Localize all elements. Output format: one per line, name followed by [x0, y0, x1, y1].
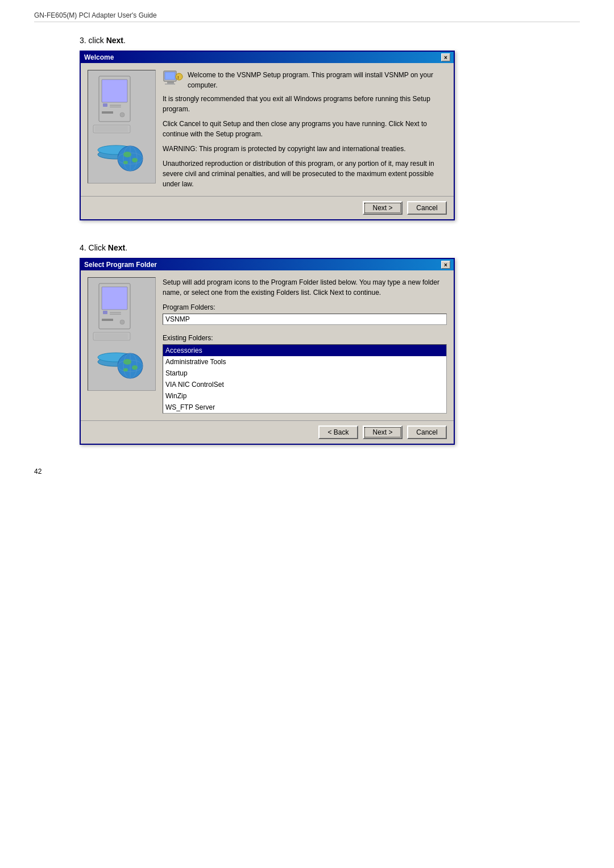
- svg-rect-27: [110, 312, 121, 314]
- select-folder-back-button[interactable]: < Back: [318, 425, 358, 439]
- svg-point-17: [123, 161, 128, 164]
- welcome-body-text2: Click Cancel to quit Setup and then clos…: [163, 119, 447, 139]
- svg-rect-20: [167, 82, 174, 84]
- svg-rect-21: [165, 84, 175, 85]
- select-folder-content: Setup will add program icons to the Prog…: [163, 277, 447, 414]
- select-folder-dialog: Select Program Folder ×: [80, 258, 455, 445]
- welcome-dialog-body: ! Welcome to the VSNMP Setup program. Th…: [81, 63, 454, 196]
- existing-folders-label: Existing Folders:: [163, 333, 447, 343]
- welcome-dialog-content: ! Welcome to the VSNMP Setup program. Th…: [163, 70, 447, 189]
- svg-rect-19: [165, 72, 175, 80]
- select-folder-cancel-button[interactable]: Cancel: [407, 425, 447, 439]
- welcome-dialog-footer: Next > Cancel: [81, 196, 454, 219]
- list-item[interactable]: VIA NIC ControlSet: [163, 379, 446, 390]
- svg-rect-32: [95, 333, 128, 339]
- list-item[interactable]: Accessories: [163, 345, 446, 356]
- svg-point-29: [120, 320, 125, 324]
- page-header: GN-FE605(M) PCI Adapter User's Guide: [34, 11, 580, 22]
- select-folder-next-button[interactable]: Next >: [363, 425, 403, 439]
- welcome-dialog: Welcome ×: [80, 51, 455, 220]
- svg-point-22: [176, 73, 182, 80]
- select-folder-footer: < Back Next > Cancel: [81, 420, 454, 444]
- step3-label: 3. click Next.: [80, 36, 580, 45]
- welcome-dialog-titlebar: Welcome ×: [81, 52, 454, 63]
- welcome-dialog-image: [88, 70, 156, 183]
- program-folders-label: Program Folders:: [163, 302, 447, 312]
- svg-rect-3: [110, 105, 121, 106]
- select-folder-body: Setup will add program icons to the Prog…: [81, 270, 454, 420]
- welcome-cancel-button[interactable]: Cancel: [407, 201, 447, 215]
- page-number: 42: [34, 468, 580, 475]
- welcome-intro-text: Welcome to the VSNMP Setup program. This…: [188, 70, 447, 90]
- select-folder-description: Setup will add program icons to the Prog…: [163, 277, 447, 298]
- step4-label: 4. Click Next.: [80, 243, 580, 252]
- list-item[interactable]: WinZip: [163, 390, 446, 402]
- welcome-dialog-title: Welcome: [84, 53, 114, 61]
- existing-folders-list: Accessories Administrative Tools Startup…: [163, 344, 447, 414]
- svg-rect-4: [110, 107, 121, 107]
- svg-point-5: [120, 112, 125, 117]
- svg-rect-2: [103, 103, 107, 107]
- svg-point-40: [132, 365, 138, 370]
- list-item[interactable]: Administrative Tools: [163, 356, 446, 368]
- welcome-body-text1: It is strongly recommended that you exit…: [163, 94, 447, 114]
- welcome-next-button[interactable]: Next >: [363, 201, 403, 215]
- select-folder-close-button[interactable]: ×: [441, 261, 450, 269]
- svg-point-39: [123, 359, 131, 365]
- svg-point-41: [123, 368, 128, 372]
- welcome-unauthorized-text: Unauthorized reproduction or distributio…: [163, 158, 447, 189]
- setup-icon: !: [163, 70, 183, 90]
- program-folder-input[interactable]: [163, 314, 447, 325]
- svg-rect-25: [102, 287, 127, 310]
- svg-rect-8: [95, 126, 128, 132]
- welcome-warning-text: WARNING: This program is protected by co…: [163, 144, 447, 154]
- select-folder-title: Select Program Folder: [84, 261, 157, 269]
- svg-rect-6: [102, 111, 113, 114]
- welcome-close-button[interactable]: ×: [441, 53, 450, 61]
- svg-text:!: !: [177, 75, 179, 80]
- list-item[interactable]: Startup: [163, 368, 446, 379]
- select-folder-titlebar: Select Program Folder ×: [81, 259, 454, 270]
- welcome-intro-area: ! Welcome to the VSNMP Setup program. Th…: [163, 70, 447, 90]
- svg-rect-28: [110, 314, 121, 315]
- svg-point-16: [132, 158, 138, 162]
- svg-rect-30: [102, 319, 113, 321]
- select-folder-image: [88, 277, 156, 391]
- list-item[interactable]: WS_FTP Server: [163, 402, 446, 413]
- svg-point-15: [123, 152, 131, 157]
- svg-rect-26: [103, 311, 107, 314]
- svg-rect-1: [102, 80, 127, 102]
